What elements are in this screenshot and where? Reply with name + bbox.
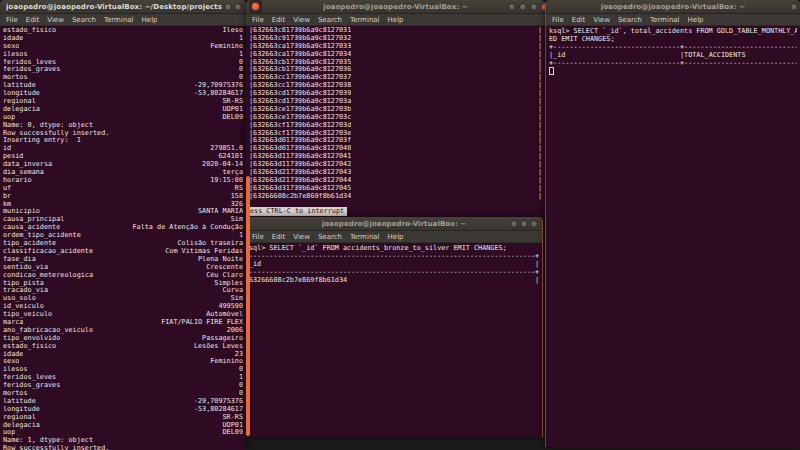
- terminal-line: |632663d01739b6a9c812703f|: [249, 137, 542, 145]
- terminal-output-left: estado_fisicoIlesoidade1sexoFemininoiles…: [0, 26, 246, 450]
- menu-item-edit[interactable]: Edit: [572, 16, 586, 24]
- terminal-line: br158: [3, 193, 243, 201]
- terminal-line: fase_diaPlena Noite: [3, 256, 243, 264]
- terminal-line: ordem_tipo_acidente1: [3, 232, 243, 240]
- maximize-button[interactable]: [520, 220, 528, 228]
- menu-item-search[interactable]: Search: [318, 233, 342, 241]
- terminal-cursor: [549, 67, 797, 75]
- terminal-line: +-------------------------------+-------…: [549, 59, 797, 67]
- terminal-line: |632663cc1739b6a9c8127037|: [249, 74, 542, 82]
- menu-item-view[interactable]: View: [47, 16, 64, 24]
- terminal-cursor: [246, 284, 539, 292]
- terminal-line: regionalSR-RS: [3, 414, 243, 422]
- terminal-line: longitude-53,80284617: [3, 406, 243, 414]
- menu-item-view[interactable]: View: [293, 16, 310, 24]
- terminal-line: ilesos0: [3, 366, 243, 374]
- interrupt-status-bar: Press CTRL-C to interrupt: [246, 207, 347, 216]
- terminal-line: tipo_veiculoAutomóvel: [3, 311, 243, 319]
- terminal-line: |63266608c2b7e869f8b61d34|: [249, 193, 542, 201]
- terminal-line: tipo_pistaSimples: [3, 280, 243, 288]
- terminal-line: municipioSANTA MARIA: [3, 208, 243, 216]
- terminal-line: |632663d21739b6a9c8127043|: [249, 169, 542, 177]
- maximize-button[interactable]: [519, 3, 527, 11]
- menu-item-edit[interactable]: Edit: [26, 16, 40, 24]
- menu-item-terminal[interactable]: Terminal: [104, 16, 134, 24]
- menu-item-terminal[interactable]: Terminal: [350, 16, 380, 24]
- terminal-line: condicao_metereologicaCéu Claro: [3, 272, 243, 280]
- terminal-line: |632663cc1739b6a9c8127038|: [249, 82, 542, 90]
- terminal-line: tracado_viaCurva: [3, 287, 243, 295]
- menu-item-search[interactable]: Search: [72, 16, 96, 24]
- menu-item-edit[interactable]: Edit: [272, 16, 286, 24]
- terminal-line: |632663d31739b6a9c8127045|: [249, 185, 542, 193]
- menu-item-help[interactable]: Help: [388, 233, 404, 241]
- terminal-line: Name: 0, dtype: object: [3, 122, 243, 130]
- terminal-line: |632663d01739b6a9c8127040|: [249, 145, 542, 153]
- menu-item-file[interactable]: File: [6, 16, 18, 24]
- terminal-line: ED EMIT CHANGES;: [549, 35, 797, 43]
- terminal-line: |632663cd1739b6a9c812703a|: [249, 98, 542, 106]
- window-title-bottom: joaopedro@joaopedro-VirtualBox: ~: [322, 220, 467, 228]
- terminal-line: latitude-29,70975376: [3, 82, 243, 90]
- terminal-line: |632663ce1739b6a9c812703b|: [249, 106, 542, 114]
- menu-item-edit[interactable]: Edit: [272, 233, 286, 241]
- terminal-line: |632663d11739b6a9c8127041|: [249, 153, 542, 161]
- terminal-line: +---------------------------------------…: [246, 252, 539, 260]
- titlebar-right[interactable]: joaopedro@joaopedro-VirtualBox: ~: [546, 0, 800, 14]
- terminal-line: feridos_graves0: [3, 66, 243, 74]
- terminal-line: +-------------------------------+-------…: [549, 43, 797, 51]
- menu-item-search[interactable]: Search: [618, 16, 642, 24]
- menu-item-help[interactable]: Help: [388, 16, 404, 24]
- titlebar-bottom[interactable]: joaopedro@joaopedro-VirtualBox: ~: [246, 217, 542, 231]
- terminal-line: idade1: [3, 35, 243, 43]
- minimize-button[interactable]: [510, 220, 518, 228]
- maximize-button[interactable]: [234, 3, 242, 11]
- terminal-line: Row successfully inserted.: [3, 130, 243, 138]
- restore-button[interactable]: [530, 3, 538, 11]
- menu-item-search[interactable]: Search: [318, 16, 342, 24]
- terminal-line: classificacao_acidenteCom Vitimas Ferida…: [3, 248, 243, 256]
- menu-item-file[interactable]: File: [252, 16, 264, 24]
- close-button[interactable]: [790, 3, 798, 11]
- terminal-line: tipo_acidenteColisão traseira: [3, 240, 243, 248]
- terminal-line: mortos0: [3, 390, 243, 398]
- menu-item-file[interactable]: File: [552, 16, 564, 24]
- terminal-line: marcaFIAT/PALIO FIRE FLEX: [3, 319, 243, 327]
- menu-item-terminal[interactable]: Terminal: [350, 233, 380, 241]
- desktop: joaopedro@joaopedro-VirtualBox: ~/Deskto…: [0, 0, 800, 450]
- terminal-line: |632663cd1739b6a9c8127039|: [249, 90, 542, 98]
- terminal-line: feridos_leves1: [3, 374, 243, 382]
- terminal-line: Inserting entry: 1: [3, 137, 243, 145]
- menu-item-terminal[interactable]: Terminal: [650, 16, 680, 24]
- close-button[interactable]: [530, 220, 538, 228]
- window-title-left: joaopedro@joaopedro-VirtualBox: ~/Deskto…: [6, 3, 222, 11]
- terminal-line: regionalSR-RS: [3, 98, 243, 106]
- terminal-line: km326: [3, 201, 243, 209]
- terminal-line: causa_principalSim: [3, 216, 243, 224]
- terminal-line: uso_soloSim: [3, 295, 243, 303]
- menubar-middle: FileEditViewSearchTerminalHelp: [246, 14, 545, 26]
- menu-item-help[interactable]: Help: [142, 16, 158, 24]
- menu-item-help[interactable]: Help: [688, 16, 704, 24]
- terminal-line: feridos_graves0: [3, 382, 243, 390]
- terminal-line: sentido_viaCrescente: [3, 264, 243, 272]
- menu-item-view[interactable]: View: [293, 233, 310, 241]
- terminal-line: delegaciaUOP01: [3, 422, 243, 430]
- terminal-line: |632663c91739b6a9c8127032|: [249, 35, 542, 43]
- titlebar-middle[interactable]: joaopedro@joaopedro-VirtualBox: ~: [246, 0, 545, 14]
- minimize-button[interactable]: [508, 3, 516, 11]
- menu-item-view[interactable]: View: [593, 16, 610, 24]
- terminal-output-right: ksql> SELECT `_id`, total_accidents FROM…: [546, 26, 800, 76]
- window-title-middle: joaopedro@joaopedro-VirtualBox: ~: [323, 3, 468, 11]
- minimize-button[interactable]: [224, 3, 232, 11]
- terminal-line: sexoFeminino: [3, 43, 243, 51]
- terminal-line: idade23: [3, 351, 243, 359]
- terminal-window-middle: joaopedro@joaopedro-VirtualBox: ~ FileEd…: [246, 0, 545, 218]
- titlebar-left[interactable]: joaopedro@joaopedro-VirtualBox: ~/Deskto…: [0, 0, 246, 14]
- close-icon[interactable]: [249, 0, 262, 13]
- menu-item-file[interactable]: File: [252, 233, 264, 241]
- scrollbar-thumb[interactable]: [246, 176, 250, 436]
- terminal-line: |632663d11739b6a9c8127042|: [249, 161, 542, 169]
- terminal-line: uopDEL09: [3, 429, 243, 437]
- terminal-line: |_id|: [246, 260, 539, 268]
